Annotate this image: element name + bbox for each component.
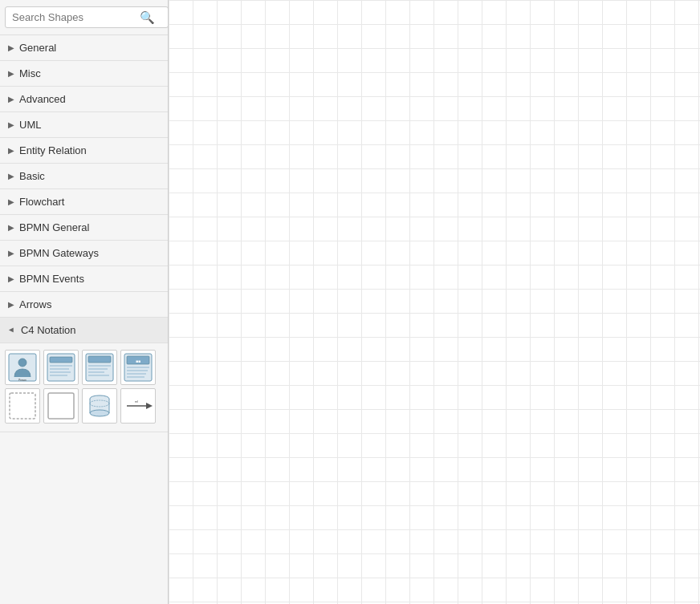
svg-rect-22 [10,393,35,419]
sidebar-item-label-advanced: Advanced [19,93,66,105]
svg-marker-31 [146,403,153,409]
svg-rect-10 [88,356,111,363]
svg-point-1 [18,359,26,367]
chevron-icon-bpmn-events: ▶ [8,274,14,283]
sidebar-item-label-uml: UML [19,119,41,131]
shapes-panel-c4-notation: Person [0,343,168,432]
shape-thumb-c4-database[interactable] [82,388,117,424]
shape-thumb-c4-system[interactable] [43,350,79,385]
sidebar-item-label-general: General [19,42,56,54]
chevron-icon-advanced: ▶ [8,95,14,103]
search-button[interactable]: 🔍 [136,10,158,25]
chevron-icon-bpmn-general: ▶ [8,223,14,232]
shape-thumb-c4-relationship[interactable]: rel [120,388,156,424]
sidebar-item-label-bpmn-gateways: BPMN Gateways [19,247,99,259]
sidebar-item-misc[interactable]: ▶Misc [0,61,168,87]
shape-thumb-c4-boundary[interactable] [5,388,40,424]
search-bar: 🔍 [0,0,168,35]
sidebar-item-bpmn-general[interactable]: ▶BPMN General [0,215,168,241]
sidebar-item-advanced[interactable]: ▶Advanced [0,87,168,112]
sidebar-item-basic[interactable]: ▶Basic [0,164,168,189]
sidebar-item-arrows[interactable]: ▶Arrows [0,292,168,318]
svg-rect-4 [50,357,72,363]
chevron-icon-basic: ▶ [8,172,14,180]
chevron-icon-general: ▶ [8,43,14,52]
sidebar-item-label-bpmn-events: BPMN Events [19,273,84,285]
sidebar-item-label-flowchart: Flowchart [19,196,64,208]
shape-thumb-c4-person[interactable]: Person [5,350,40,385]
chevron-icon-uml: ▶ [8,120,14,129]
sidebar-item-flowchart[interactable]: ▶Flowchart [0,189,168,215]
search-icon: 🔍 [140,10,155,25]
shape-thumb-c4-container[interactable] [82,350,117,385]
sidebar-item-label-arrows: Arrows [19,298,51,310]
shape-thumb-c4-scope[interactable] [43,388,79,424]
svg-rect-23 [48,393,74,419]
svg-text:■■: ■■ [136,359,140,363]
sidebar-item-bpmn-events[interactable]: ▶BPMN Events [0,266,168,292]
nav-list: ▶General▶Misc▶Advanced▶UML▶Entity Relati… [0,35,168,432]
sidebar-item-label-entity-relation: Entity Relation [19,144,87,156]
sidebar-item-uml[interactable]: ▶UML [0,112,168,138]
sidebar-item-label-bpmn-general: BPMN General [19,221,89,233]
svg-point-26 [90,410,109,416]
sidebar-item-label-basic: Basic [19,170,45,182]
sidebar-item-general[interactable]: ▶General [0,35,168,61]
sidebar-item-label-misc: Misc [19,67,41,79]
chevron-icon-flowchart: ▶ [8,197,14,206]
shape-thumb-c4-component[interactable]: ■■ [120,350,156,385]
chevron-icon-c4-notation: ▼ [7,326,16,334]
canvas-area[interactable] [169,0,700,604]
chevron-icon-misc: ▶ [8,69,14,78]
chevron-icon-bpmn-gateways: ▶ [8,249,14,257]
grid-background [169,0,700,604]
svg-text:Person: Person [18,379,26,382]
sidebar-item-entity-relation[interactable]: ▶Entity Relation [0,138,168,164]
chevron-icon-entity-relation: ▶ [8,146,14,155]
sidebar-item-label-c4-notation: C4 Notation [21,324,76,336]
chevron-icon-arrows: ▶ [8,300,14,309]
sidebar: 🔍 ▶General▶Misc▶Advanced▶UML▶Entity Rela… [0,0,169,604]
sidebar-item-c4-notation[interactable]: ▼C4 Notation [0,318,168,343]
sidebar-resize-handle[interactable] [165,0,168,604]
svg-text:rel: rel [135,399,139,403]
sidebar-item-bpmn-gateways[interactable]: ▶BPMN Gateways [0,241,168,266]
